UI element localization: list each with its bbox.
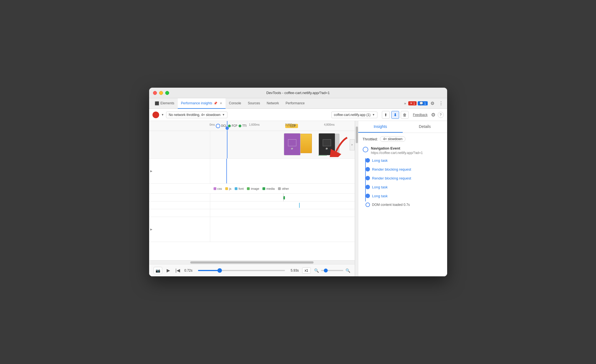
timeline-scrollbar[interactable]: [149, 260, 355, 264]
insight-link-2[interactable]: Render blocking request: [372, 176, 411, 180]
nav-event-title: Navigation Event: [371, 146, 423, 150]
tick-0ms: 0ms: [210, 123, 215, 126]
insights-tab-label: Insights: [374, 124, 387, 129]
toolbar-settings-icon[interactable]: ⚙: [431, 112, 435, 118]
js-color: [225, 187, 228, 190]
throttle-select[interactable]: No network throttling, 4× slowdown ▼: [166, 112, 227, 118]
insight-link-3[interactable]: Long task: [372, 185, 388, 189]
window-title: DevTools - coffee-cart.netlify.app/?ad=1: [266, 91, 330, 95]
settings-icon[interactable]: ⚙: [429, 101, 436, 106]
dom-circle: [365, 203, 370, 207]
speed-select[interactable]: x1: [302, 267, 311, 274]
close-button[interactable]: [153, 91, 157, 95]
vertical-scrollbar-thumb[interactable]: [356, 127, 358, 143]
tab-performance[interactable]: Performance: [282, 98, 308, 109]
css-label: css: [217, 187, 222, 190]
tti-dot: [239, 125, 241, 127]
tab-network-label: Network: [267, 101, 279, 105]
tab-insights[interactable]: Insights: [358, 121, 403, 133]
more-options-icon[interactable]: ⋮: [437, 101, 445, 106]
url-select[interactable]: coffee-cart.netlify.app (1) ▼: [331, 112, 377, 118]
toolbar-actions: ⬆ ⬇ 🗑: [382, 111, 409, 119]
time-slider-thumb[interactable]: [217, 268, 222, 273]
insight-link-1[interactable]: Render blocking request: [372, 167, 411, 171]
insights-tabs: Insights Details: [358, 121, 447, 133]
image-color: [247, 187, 250, 190]
zoom-slider-thumb[interactable]: [324, 269, 328, 272]
time-slider[interactable]: [198, 270, 285, 271]
zoom-controls: 🔍 🔍: [314, 268, 350, 273]
track-label-2: [154, 217, 210, 242]
tab-close-icon[interactable]: ✕: [220, 102, 222, 105]
legend-track: css js font image: [149, 184, 355, 194]
filmstrip-label: [149, 131, 210, 158]
timeline-dot-1: [365, 167, 370, 171]
minimize-button[interactable]: [159, 91, 163, 95]
main-track: ▶: [149, 159, 355, 184]
insights-content: Throttled: 4× slowdown Navigation Event …: [358, 133, 447, 276]
feedback-link[interactable]: Feedback: [413, 113, 428, 117]
filmstrip-frame-2: ☕: [319, 133, 335, 155]
filmstrip-area: ☕ ☕ ›: [210, 131, 355, 158]
filmstrip-collapse-button[interactable]: ›: [350, 139, 355, 150]
upload-button[interactable]: ⬆: [382, 111, 390, 119]
insight-link-4[interactable]: Long task: [372, 194, 388, 198]
devtools-window: DevTools - coffee-cart.netlify.app/?ad=1…: [149, 88, 447, 276]
media-label: media: [266, 187, 275, 190]
nav-event-row: Navigation Event https://coffee-cart.net…: [363, 146, 443, 155]
tab-console-label: Console: [229, 101, 241, 105]
track-expand-1[interactable]: ▶: [149, 159, 154, 183]
record-button[interactable]: [152, 112, 159, 118]
nav-event-circle: [363, 147, 368, 152]
nav-event-info: Navigation Event https://coffee-cart.net…: [371, 146, 423, 155]
tab-more-area: » ✕ 1 💬 1 ⚙ ⋮: [403, 98, 445, 108]
nt3-label: [154, 209, 210, 217]
nt2-area: [210, 201, 355, 209]
fcp-label: FCP: [232, 124, 237, 127]
tab-sources[interactable]: Sources: [244, 98, 263, 109]
maximize-button[interactable]: [165, 91, 169, 95]
delete-button[interactable]: 🗑: [401, 111, 409, 119]
track-cursor-1: [226, 159, 227, 183]
secondary-track: ▶: [149, 217, 355, 242]
other-color: [278, 187, 281, 190]
url-arrow-icon: ▼: [372, 113, 375, 116]
toolbar-help-icon[interactable]: ?: [438, 112, 444, 118]
download-button[interactable]: ⬇: [391, 111, 399, 119]
zoom-in-icon[interactable]: 🔍: [345, 268, 350, 273]
tab-more-button[interactable]: »: [403, 101, 407, 105]
tab-elements[interactable]: ⬛ Elements: [151, 98, 178, 109]
tab-network[interactable]: Network: [263, 98, 282, 109]
css-color: [214, 187, 216, 190]
track-expand-2[interactable]: ▶: [149, 217, 154, 242]
screenshot-toggle-button[interactable]: 📷: [154, 267, 162, 274]
legend-js: js: [225, 187, 231, 190]
tab-details[interactable]: Details: [403, 121, 447, 133]
record-dropdown-arrow[interactable]: ▼: [161, 113, 164, 116]
zoom-out-icon[interactable]: 🔍: [314, 268, 319, 273]
nav-event-url: https://coffee-cart.netlify.app/?ad=1: [371, 151, 423, 155]
legend-css: css: [214, 187, 222, 190]
traffic-lights: [153, 91, 169, 95]
dom-loaded-label: DOM content loaded 0.7s: [372, 203, 410, 207]
tick-1600ms: 1,600ms: [249, 123, 260, 126]
js-label: js: [229, 187, 231, 190]
tab-elements-icon: ⬛: [155, 101, 159, 105]
insight-link-0[interactable]: Long task: [372, 158, 388, 163]
tti-label: TTI: [242, 124, 247, 127]
legend-other: other: [278, 187, 289, 190]
toolbar: ▼ No network throttling, 4× slowdown ▼ c…: [149, 109, 447, 121]
zoom-slider[interactable]: [321, 270, 343, 271]
throttle-arrow-icon: ▼: [222, 113, 225, 116]
tab-console[interactable]: Console: [226, 98, 244, 109]
font-label: font: [239, 187, 244, 190]
playback-bar: 📷 ▶ |◀ 0.72s 5.93s x1 🔍 🔍: [149, 264, 355, 276]
time-slider-fill: [198, 270, 220, 271]
play-button[interactable]: ▶: [166, 267, 171, 274]
metrics-group: DCL FCP TTI: [216, 124, 247, 128]
timeline-cursor[interactable]: [227, 121, 227, 131]
vertical-scrollbar[interactable]: [355, 121, 358, 276]
scrollbar-thumb[interactable]: [190, 261, 314, 264]
tab-performance-insights[interactable]: Performance insights 📌 ✕: [178, 98, 226, 109]
skip-to-start-button[interactable]: |◀: [174, 267, 181, 274]
